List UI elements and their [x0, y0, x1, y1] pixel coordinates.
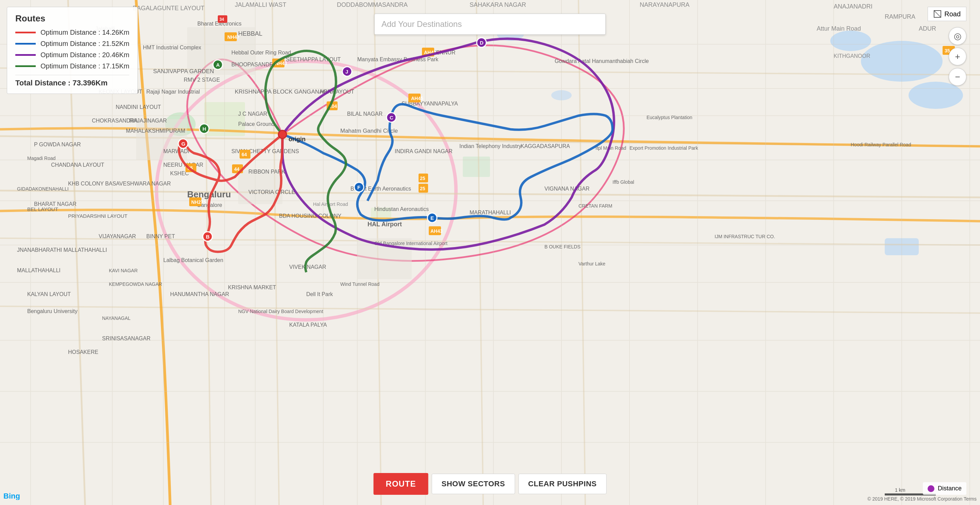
zoom-in-button[interactable]: + — [949, 48, 966, 65]
svg-text:B OUKE FIELDS: B OUKE FIELDS — [544, 244, 581, 249]
search-input-box[interactable]: Add Your Destinations — [374, 14, 606, 35]
svg-text:KALYAN LAYOUT: KALYAN LAYOUT — [27, 291, 71, 297]
map-container: BAGALAGUNTE LAYOUT JALAMALLI WAST DODDAB… — [0, 0, 980, 505]
distance-legend: Distance — [923, 482, 966, 495]
bottom-toolbar: ROUTE SHOW SECTORS CLEAR PUSHPINS — [374, 473, 607, 495]
svg-text:RIBBON PARK: RIBBON PARK — [248, 169, 285, 175]
svg-text:25: 25 — [420, 186, 425, 191]
svg-line-195 — [934, 11, 941, 18]
route-item-blue: Optimum Distance : 21.52Km — [15, 40, 129, 48]
svg-text:Hal Airport Road: Hal Airport Road — [313, 201, 348, 207]
svg-text:Wind Tunnel Road: Wind Tunnel Road — [340, 282, 379, 287]
svg-text:25: 25 — [420, 175, 425, 181]
svg-text:RAJAJINAGAR: RAJAJINAGAR — [129, 118, 167, 124]
svg-text:RMV 2 STAGE: RMV 2 STAGE — [184, 77, 220, 83]
route-line-purple — [15, 54, 36, 56]
svg-text:MARWADI: MARWADI — [163, 148, 189, 154]
svg-text:SAHAKARA NAGAR: SAHAKARA NAGAR — [469, 2, 526, 8]
svg-text:JNANABHARATHI MALLATHAHALLI: JNANABHARATHI MALLATHAHALLI — [17, 247, 107, 253]
svg-text:Mahatm Gandhi Circle: Mahatm Gandhi Circle — [340, 127, 398, 134]
svg-text:Attur Main Road: Attur Main Road — [817, 25, 861, 32]
svg-text:DODDABOMMASANDRA: DODDABOMMASANDRA — [337, 2, 408, 8]
svg-text:HBR LAYOUT: HBR LAYOUT — [320, 89, 354, 95]
total-distance: Total Distance : 73.396Km — [15, 75, 129, 88]
route-label-red: Optimum Distance : 14.26Km — [40, 29, 129, 37]
route-item-purple: Optimum Distance : 20.46Km — [15, 51, 129, 59]
route-line-red — [15, 32, 36, 33]
legend-title: Routes — [15, 13, 129, 24]
route-line-green — [15, 65, 36, 67]
svg-text:HEBBAL: HEBBAL — [238, 30, 262, 37]
svg-text:KITHGANOOR: KITHGANOOR — [834, 53, 870, 59]
svg-text:NARAYANAPURA: NARAYANAPURA — [640, 2, 689, 8]
svg-text:Eucalyptus Plantation: Eucalyptus Plantation — [646, 115, 692, 120]
route-label-purple: Optimum Distance : 20.46Km — [40, 51, 129, 59]
svg-text:64: 64 — [242, 152, 247, 157]
svg-text:NGV National Dairy Board Devel: NGV National Dairy Board Development — [238, 309, 323, 314]
svg-text:JALAMALLI WAST: JALAMALLI WAST — [235, 2, 286, 8]
svg-text:Hoodi Railway Parallel Road: Hoodi Railway Parallel Road — [851, 142, 911, 147]
svg-text:PRIYADARSHNI LAYOUT: PRIYADARSHNI LAYOUT — [68, 213, 127, 219]
svg-text:ADUR: ADUR — [919, 25, 936, 32]
svg-text:CHANDANA LAYOUT: CHANDANA LAYOUT — [51, 162, 104, 168]
svg-text:Manyata Embassy Business Park: Manyata Embassy Business Park — [357, 56, 439, 62]
zoom-out-icon: − — [955, 72, 960, 82]
svg-text:BAGALAGUNTE LAYOUT: BAGALAGUNTE LAYOUT — [133, 5, 205, 11]
map-background: BAGALAGUNTE LAYOUT JALAMALLI WAST DODDAB… — [0, 0, 980, 505]
svg-text:KEMPEGOWDA NAGAR: KEMPEGOWDA NAGAR — [109, 282, 162, 287]
map-controls: ◎ + − — [949, 27, 966, 86]
svg-text:Hebbal Outer Ring Road: Hebbal Outer Ring Road — [231, 50, 291, 56]
svg-text:Indian Telephony Industry: Indian Telephony Industry — [460, 143, 521, 149]
svg-text:NH275: NH275 — [191, 199, 206, 205]
svg-text:KATALA PALYA: KATALA PALYA — [289, 322, 327, 328]
svg-text:AH45: AH45 — [411, 96, 423, 101]
svg-text:HOSAKERE: HOSAKERE — [68, 349, 98, 355]
svg-text:BEL LAYOUT: BEL LAYOUT — [27, 206, 58, 212]
svg-text:IJM INFRASTRUC TUR CO.: IJM INFRASTRUC TUR CO. — [714, 234, 775, 239]
svg-text:KAGGADASAPURA: KAGGADASAPURA — [520, 143, 570, 149]
svg-text:GIDADAKONENAHALLI: GIDADAKONENAHALLI — [17, 186, 69, 191]
svg-text:Rajaji Nagar Industrial: Rajaji Nagar Industrial — [146, 89, 200, 95]
svg-text:AH43: AH43 — [430, 228, 443, 234]
road-label-text: Road — [944, 10, 961, 18]
route-item-red: Optimum Distance : 14.26Km — [15, 29, 129, 37]
svg-text:SEETHAPPA LAYOUT: SEETHAPPA LAYOUT — [286, 56, 340, 62]
svg-text:HANUMANTHA NAGAR: HANUMANTHA NAGAR — [170, 291, 229, 297]
svg-text:VIGNANA NAGAR: VIGNANA NAGAR — [544, 186, 589, 191]
svg-text:MALLATHAHALLI: MALLATHAHALLI — [17, 268, 60, 273]
svg-text:Dell It Park: Dell It Park — [306, 291, 333, 297]
svg-text:J C NAGAR: J C NAGAR — [238, 111, 267, 117]
svg-text:NH43: NH43 — [275, 61, 287, 66]
svg-text:Varthur Lake: Varthur Lake — [579, 261, 605, 266]
svg-text:NANDINI LAYOUT: NANDINI LAYOUT — [116, 104, 161, 110]
clear-pushpins-button[interactable]: CLEAR PUSHPINS — [518, 474, 606, 494]
zoom-out-button[interactable]: − — [949, 68, 966, 86]
road-label: Road — [928, 7, 966, 21]
location-button[interactable]: ◎ — [949, 27, 966, 45]
svg-text:MARATHAHALLI: MARATHAHALLI — [469, 210, 511, 215]
svg-point-2 — [908, 82, 963, 109]
svg-text:Magadi Road: Magadi Road — [27, 156, 56, 161]
svg-text:BILAL NAGAR: BILAL NAGAR — [347, 111, 382, 117]
svg-point-3 — [830, 30, 871, 51]
svg-text:104: 104 — [329, 104, 337, 109]
svg-text:BDA HOUSING COLONY: BDA HOUSING COLONY — [279, 213, 341, 219]
route-item-green: Optimum Distance : 17.15Km — [15, 62, 129, 70]
svg-text:CRETAN FARM: CRETAN FARM — [579, 203, 612, 209]
svg-text:KRISHNA MARKET: KRISHNA MARKET — [228, 285, 276, 290]
route-button[interactable]: ROUTE — [374, 473, 428, 495]
location-icon: ◎ — [954, 31, 962, 41]
svg-text:Bing: Bing — [3, 492, 20, 500]
show-sectors-button[interactable]: SHOW SECTORS — [432, 474, 515, 494]
svg-text:Export Promotion Industrial Pa: Export Promotion Industrial Park — [630, 145, 698, 151]
svg-text:85: 85 — [188, 166, 193, 171]
svg-text:INDIRA GANDI NAGAR: INDIRA GANDI NAGAR — [395, 148, 453, 154]
svg-text:P GOWDA NAGAR: P GOWDA NAGAR — [34, 142, 81, 147]
svg-text:Palace Ground: Palace Ground — [238, 121, 275, 127]
search-placeholder: Add Your Destinations — [382, 19, 462, 29]
svg-text:VIJAYANAGAR: VIJAYANAGAR — [99, 233, 136, 239]
svg-text:NAYANAGAL: NAYANAGAL — [102, 315, 130, 321]
svg-text:HAL Airport: HAL Airport — [368, 221, 402, 228]
svg-text:NEERU NAGAR: NEERU NAGAR — [163, 162, 203, 168]
svg-text:KHB COLONY BASAVESHWARA NAGAR: KHB COLONY BASAVESHWARA NAGAR — [68, 181, 171, 186]
